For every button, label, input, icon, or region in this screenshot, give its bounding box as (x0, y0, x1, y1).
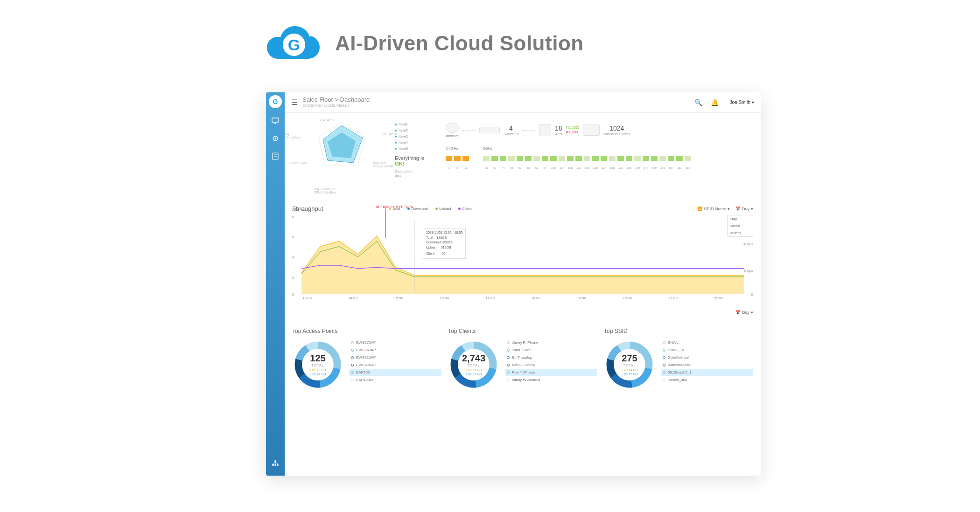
channel-bar[interactable] (601, 156, 607, 161)
status-desc: Description text (395, 169, 432, 178)
report-icon[interactable] (270, 151, 280, 161)
channel-bar[interactable] (525, 156, 532, 161)
channel-bar[interactable] (685, 156, 691, 161)
bell-icon[interactable]: 🔔 (711, 99, 719, 106)
bullet-icon (351, 349, 354, 352)
bullet-icon (663, 341, 665, 344)
channel-bar[interactable] (659, 156, 666, 161)
legend-item[interactable]: Item2 (395, 128, 432, 132)
list-item[interactable]: John T Mac (505, 346, 597, 353)
chevron-down-icon: ▾ (751, 310, 753, 315)
band-5: 5GHz (483, 146, 751, 151)
period-week[interactable]: Week (728, 222, 753, 229)
bullet-icon (507, 356, 510, 359)
bullet-icon (507, 379, 510, 381)
channel-bar[interactable] (559, 156, 565, 161)
calendar-icon: 📅 (735, 207, 741, 211)
top-card: Top SSID275TOTAL↓ 20.54 GB↑ 05.77 GBSNWL… (604, 328, 753, 390)
list-item[interactable]: Mindy W Android (505, 376, 597, 383)
bc-dashboard[interactable]: Dashboard (340, 96, 370, 103)
list-item[interactable]: 5912mesh2_1 (661, 369, 753, 376)
channel-bar[interactable] (483, 156, 490, 161)
channel-bar[interactable] (462, 156, 469, 161)
channel-bar[interactable] (575, 156, 582, 161)
list-item[interactable]: EWSS10AP (349, 361, 441, 368)
sidebar-logo-icon[interactable]: G (269, 95, 282, 108)
list-item[interactable]: Ron Y iPhone (505, 369, 597, 376)
legend-upload[interactable]: Upload (435, 207, 451, 211)
period-day[interactable]: Day (728, 215, 753, 222)
ssid-dropdown[interactable]: 📶 SSID Name ▾ (697, 207, 730, 211)
bullet-icon (507, 349, 510, 352)
svg-text:G: G (288, 36, 300, 54)
sidebar: G (266, 92, 285, 476)
list-item[interactable]: SNWL (661, 339, 753, 346)
main-pane: ☰ Sales Floor > Dashboard EnGenius / Cos… (285, 92, 761, 476)
legend-item[interactable]: Item5 (395, 146, 432, 151)
list-item[interactable]: 0-meihui-test2 (661, 361, 753, 368)
list-item[interactable]: SNWL_8F (661, 346, 753, 353)
channel-bar[interactable] (626, 156, 632, 161)
chevron-down-icon: ▾ (752, 100, 754, 105)
channel-bar[interactable] (533, 156, 540, 161)
network-icon[interactable] (270, 458, 280, 468)
channel-bar[interactable] (584, 156, 590, 161)
ap-icon (539, 124, 551, 136)
bottom-period-dropdown[interactable]: 📅 Day ▾ (735, 310, 753, 315)
bullet-icon (507, 371, 510, 374)
list-item[interactable]: EAP350 (349, 369, 441, 376)
channel-bar[interactable] (446, 156, 452, 161)
channel-bar[interactable] (617, 156, 624, 161)
list-item[interactable]: Kim G Laptop (505, 361, 597, 368)
topo-internet: Internet (446, 123, 459, 138)
channel-bar[interactable] (668, 156, 674, 161)
channel-bar[interactable] (643, 156, 649, 161)
period-dropdown[interactable]: 📅 Day ▾ Day Week Month (735, 207, 753, 211)
legend-item[interactable]: Item4 (395, 140, 432, 145)
list-item[interactable]: Ed T Laptop (505, 354, 597, 361)
channel-bar[interactable] (676, 156, 683, 161)
channel-bar[interactable] (609, 156, 616, 161)
hamburger-icon[interactable]: ☰ (291, 98, 298, 107)
svg-point-12 (274, 464, 276, 466)
user-menu[interactable]: Joe Smith ▾ (730, 100, 754, 105)
bc-sales-floor[interactable]: Sales Floor (302, 96, 333, 103)
bullet-icon (507, 364, 510, 367)
gear-icon[interactable] (270, 133, 280, 144)
list-item[interactable]: EWS310AP (349, 354, 441, 361)
bullet-icon (663, 379, 665, 381)
card-title: Top SSID (604, 328, 753, 334)
bullet-icon (351, 356, 354, 359)
content: Live AP % Live SW % avg. # of Clients on… (285, 113, 761, 476)
channel-bar[interactable] (567, 156, 574, 161)
bullet-icon (351, 341, 354, 344)
channel-bar[interactable] (508, 156, 515, 161)
radar-card: Live AP % Live SW % avg. # of Clients on… (292, 118, 432, 193)
search-icon[interactable]: 🔍 (694, 99, 702, 106)
channel-bar[interactable] (491, 156, 498, 161)
channel-bar[interactable] (592, 156, 599, 161)
list-item[interactable]: James_000 (661, 376, 753, 383)
legend-item[interactable]: Item3 (395, 134, 432, 138)
channel-bar[interactable] (550, 156, 557, 161)
channel-bar[interactable] (517, 156, 523, 161)
channel-bar[interactable] (500, 156, 506, 161)
list-item[interactable]: Jenny R iPhone (505, 339, 597, 346)
list-item[interactable]: EAP1200H (349, 376, 441, 383)
list-item[interactable]: 0-meihui-test (661, 354, 753, 361)
monitor-icon[interactable] (270, 116, 280, 126)
bullet-icon (351, 379, 354, 381)
hero-title: AI-Driven Cloud Solution (335, 32, 584, 55)
legend-item[interactable]: Item1 (395, 122, 432, 126)
period-month[interactable]: Month (728, 229, 753, 236)
chevron-down-icon: ▾ (751, 207, 753, 211)
channel-bar[interactable] (634, 156, 641, 161)
channel-bar[interactable] (651, 156, 658, 161)
channel-bar[interactable] (454, 156, 461, 161)
color-annotation: #FFB800 + # FFFDFA (376, 205, 413, 209)
card-title: Top Clients (448, 328, 597, 334)
legend-client[interactable]: Client (458, 207, 471, 211)
list-item[interactable]: EWS360AP (349, 346, 441, 353)
channel-bar[interactable] (542, 156, 548, 161)
list-item[interactable]: EWS370AP (349, 339, 441, 346)
